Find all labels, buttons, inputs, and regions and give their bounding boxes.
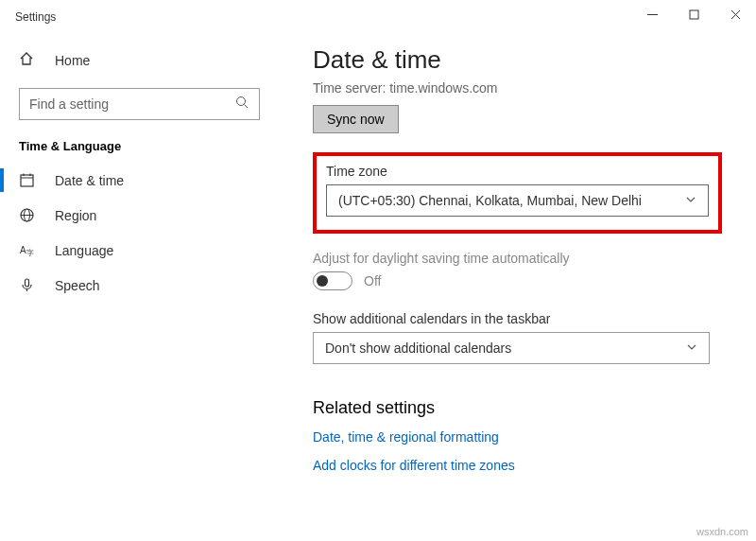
timezone-highlight: Time zone (UTC+05:30) Chennai, Kolkata, …: [313, 152, 722, 234]
language-icon: A字: [19, 242, 38, 258]
sync-now-button[interactable]: Sync now: [313, 105, 399, 133]
sidebar-item-date-time[interactable]: Date & time: [0, 163, 279, 198]
svg-rect-15: [26, 279, 29, 287]
home-label: Home: [55, 53, 90, 68]
search-input[interactable]: Find a setting: [19, 88, 260, 120]
sidebar-item-label: Region: [55, 208, 96, 223]
close-button[interactable]: [714, 0, 756, 28]
related-settings-title: Related settings: [313, 398, 722, 418]
minimize-button[interactable]: [631, 0, 673, 28]
svg-rect-6: [21, 175, 33, 186]
sidebar-item-language[interactable]: A字 Language: [0, 233, 279, 268]
svg-text:A: A: [20, 245, 26, 255]
calendars-label: Show additional calendars in the taskbar: [313, 311, 722, 326]
link-add-clocks[interactable]: Add clocks for different time zones: [313, 458, 722, 473]
clock-icon: [19, 172, 38, 188]
dst-toggle[interactable]: [313, 271, 352, 290]
svg-point-4: [237, 96, 246, 105]
time-server-line: Time server: time.windows.com: [313, 80, 722, 96]
svg-line-5: [245, 104, 249, 108]
sidebar-item-label: Date & time: [55, 173, 124, 188]
link-regional-formatting[interactable]: Date, time & regional formatting: [313, 429, 722, 445]
mic-icon: [19, 277, 38, 293]
dst-label: Adjust for daylight saving time automati…: [313, 251, 722, 266]
globe-icon: [19, 207, 38, 223]
sidebar-item-label: Language: [55, 243, 113, 258]
watermark: wsxdn.com: [696, 526, 748, 537]
calendars-value: Don't show additional calendars: [325, 340, 511, 356]
chevron-down-icon: [686, 340, 697, 356]
search-placeholder: Find a setting: [29, 96, 109, 112]
sidebar: Home Find a setting Time & Language Date…: [0, 34, 279, 541]
search-icon: [235, 96, 249, 113]
window-title: Settings: [15, 10, 56, 24]
svg-rect-1: [690, 10, 698, 19]
home-nav[interactable]: Home: [0, 45, 279, 75]
sidebar-item-region[interactable]: Region: [0, 198, 279, 233]
dst-state: Off: [364, 273, 381, 288]
chevron-down-icon: [685, 193, 696, 208]
main-content: Date & time Time server: time.windows.co…: [279, 34, 756, 541]
timezone-select[interactable]: (UTC+05:30) Chennai, Kolkata, Mumbai, Ne…: [326, 184, 709, 217]
toggle-thumb: [317, 275, 328, 287]
section-title: Time & Language: [0, 139, 279, 163]
page-title: Date & time: [313, 45, 722, 75]
dst-toggle-row: Off: [313, 271, 722, 290]
home-icon: [19, 51, 38, 69]
maximize-button[interactable]: [673, 0, 714, 28]
calendars-select[interactable]: Don't show additional calendars: [313, 332, 710, 364]
timezone-label: Time zone: [326, 164, 709, 179]
svg-text:字: 字: [26, 249, 34, 257]
window-controls: [631, 0, 756, 28]
sidebar-item-speech[interactable]: Speech: [0, 268, 279, 303]
sidebar-item-label: Speech: [55, 278, 99, 293]
timezone-value: (UTC+05:30) Chennai, Kolkata, Mumbai, Ne…: [338, 193, 642, 208]
